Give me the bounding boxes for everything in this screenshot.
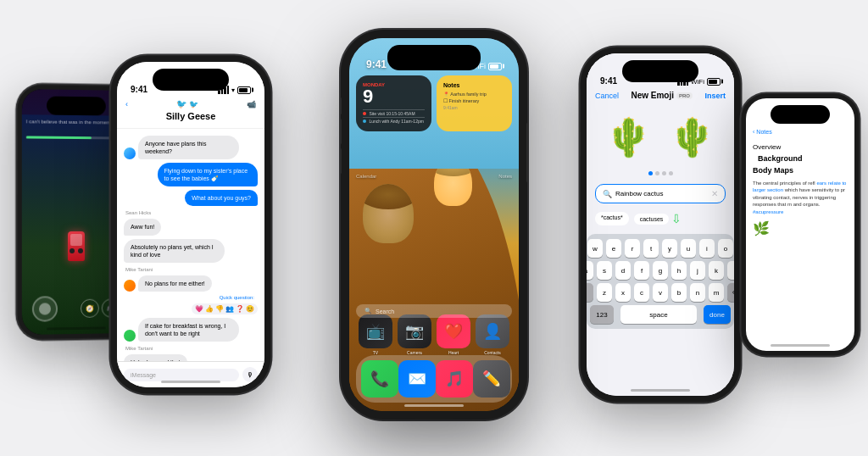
power-button-home[interactable] [526, 123, 527, 182]
dock-phone-wrapper[interactable]: 📞 [361, 360, 398, 398]
key-delete[interactable]: ⌫ [727, 283, 734, 302]
key-b[interactable]: b [671, 283, 687, 302]
message-7: If cake for breakfast is wrong, I don't … [124, 318, 258, 342]
key-r[interactable]: r [625, 239, 640, 258]
status-time-messages: 9:41 [131, 85, 147, 94]
key-f[interactable]: f [634, 261, 649, 280]
volume-down-messages[interactable] [110, 140, 111, 165]
key-s[interactable]: s [597, 261, 612, 280]
widget-labels: Calendar Notes [356, 174, 512, 179]
emoji-content: 🌵 🌵 🔍 Rainbow cactus ✕ [587, 107, 734, 396]
app-icon-heart[interactable]: ❤️ [437, 314, 470, 348]
key-numbers[interactable]: 123 [590, 305, 614, 324]
messages-body[interactable]: Anyone have plans this weekend? Flying d… [117, 129, 264, 361]
app-camera-wrapper[interactable]: 📷 Camera [398, 314, 431, 355]
insert-button-emoji[interactable]: Insert [704, 92, 726, 100]
reaction-more: 😊 [246, 305, 254, 313]
joystick-left[interactable] [32, 296, 58, 321]
app-contacts-wrapper[interactable]: 👤 Contacts [476, 314, 509, 355]
key-t[interactable]: t [643, 239, 659, 258]
key-space[interactable]: space [620, 305, 697, 324]
camera-pill-home [387, 45, 481, 70]
dock-app-music[interactable]: 🎵 [436, 360, 473, 398]
emoji-pagination-dots [648, 171, 673, 175]
suggestion-1[interactable]: *cactus* [595, 212, 629, 225]
person-head [363, 184, 414, 243]
app-icon-contacts[interactable]: 👤 [476, 314, 509, 348]
key-n[interactable]: n [690, 283, 705, 302]
volume-up-home[interactable] [341, 119, 342, 144]
key-y[interactable]: y [662, 239, 677, 258]
back-chevron-icon[interactable]: ‹ [125, 100, 128, 108]
reactions-row[interactable]: 💗 👍 👎 👥 ❓ 😊 [192, 303, 258, 314]
nav-icon-1[interactable]: 🧭 [81, 299, 99, 318]
key-o[interactable]: o [718, 239, 733, 258]
notes-back-nav[interactable]: ‹ Notes [753, 129, 848, 135]
volume-down-button[interactable] [17, 170, 18, 195]
key-l[interactable]: l [727, 261, 734, 280]
emoji-search-value[interactable]: Rainbow cactus [615, 190, 708, 197]
keyboard[interactable]: q w e r t y u i o p a s d [587, 234, 734, 329]
suggestion-2[interactable]: cactuses [634, 214, 670, 225]
volume-down-emoji[interactable] [580, 131, 581, 157]
key-x[interactable]: x [615, 283, 631, 302]
dock-app-pencil[interactable]: ✏️ [473, 360, 510, 398]
notes-widget[interactable]: Notes 📍 Aarhus family trip ☐ Finish itin… [437, 75, 512, 131]
power-button-notes[interactable] [859, 161, 860, 203]
dock-pencil-wrapper[interactable]: ✏️ [473, 360, 510, 398]
home-indicator-emoji [631, 389, 690, 392]
notes-link-2[interactable]: #acupressure [753, 209, 783, 214]
notes-link-1[interactable]: ears relate to larger section [753, 181, 846, 192]
mute-button-home[interactable] [341, 97, 342, 114]
volume-down-home[interactable] [341, 148, 342, 174]
keyboard-row-3: ⇧ z x c v b n m ⌫ [590, 283, 731, 302]
key-u[interactable]: u [681, 239, 696, 258]
power-button-messages[interactable] [270, 123, 271, 165]
app-icon-camera[interactable]: 📷 [398, 314, 431, 348]
app-heart-wrapper[interactable]: ❤️ Heart [437, 314, 470, 355]
key-e[interactable]: e [606, 239, 621, 258]
key-i[interactable]: i [699, 239, 715, 258]
video-call-icon[interactable]: 📹 [247, 100, 256, 108]
key-g[interactable]: g [653, 261, 668, 280]
volume-up-notes[interactable] [741, 144, 742, 170]
key-c[interactable]: c [634, 283, 649, 302]
dock-music-wrapper[interactable]: 🎵 [436, 360, 473, 398]
phone-notes: ‹ Notes Overview Background Body Maps [741, 93, 860, 356]
calendar-widget[interactable]: MONDAY 9 Site visit 10:15-10:45AM Lunch … [356, 75, 431, 131]
volume-down-notes[interactable] [741, 178, 742, 203]
calendar-event-2: Lunch with Andy 11am-12pm [363, 117, 425, 125]
volume-up-button[interactable] [17, 135, 18, 160]
emoji-search-field[interactable]: 🔍 Rainbow cactus ✕ [595, 184, 726, 203]
new-emoji-label: New Emoji [631, 91, 674, 100]
volume-up-messages[interactable] [110, 106, 111, 131]
message-input[interactable]: iMessage [124, 369, 239, 381]
home-search[interactable]: 🔍 Search [356, 304, 512, 318]
home-indicator-messages [161, 381, 220, 383]
key-done[interactable]: done [704, 305, 731, 324]
key-z[interactable]: z [597, 283, 612, 302]
messages-input-bar[interactable]: iMessage 🎙 [117, 361, 264, 387]
volume-up-emoji[interactable] [580, 97, 581, 123]
dock-app-mail[interactable]: ✉️ [398, 360, 436, 398]
key-h[interactable]: h [671, 261, 687, 280]
dock-app-phone[interactable]: 📞 [361, 360, 398, 398]
emoji-search-clear-icon[interactable]: ✕ [711, 189, 718, 198]
app-icon-tv[interactable]: 📺 [359, 314, 392, 348]
app-tv-wrapper[interactable]: 📺 TV [359, 314, 392, 355]
mic-button[interactable]: 🎙 [242, 367, 258, 382]
key-j[interactable]: j [690, 261, 705, 280]
key-d[interactable]: d [615, 261, 631, 280]
key-w[interactable]: w [587, 239, 603, 258]
key-m[interactable]: m [709, 283, 724, 302]
message-6: No plans for me either! [124, 275, 258, 292]
sender-1: Sean Hicks [125, 210, 258, 215]
key-a[interactable]: a [587, 261, 593, 280]
home-screen[interactable]: 9:41 WiFi MON [349, 38, 519, 411]
key-v[interactable]: v [653, 283, 668, 302]
dock-mail-wrapper[interactable]: ✉️ [398, 360, 436, 398]
key-k[interactable]: k [709, 261, 724, 280]
key-shift[interactable]: ⇧ [587, 283, 593, 302]
cancel-button-emoji[interactable]: Cancel [595, 92, 619, 100]
notes-emoji: 🌿 [753, 220, 848, 236]
